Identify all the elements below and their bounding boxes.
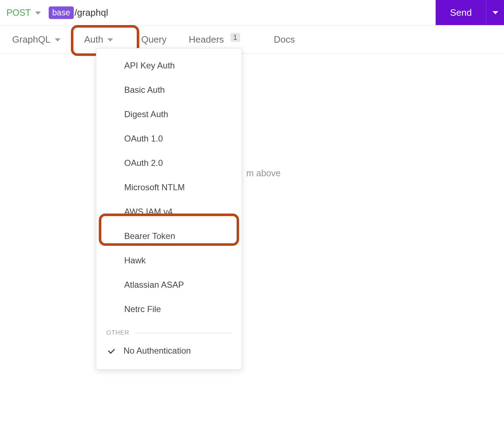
auth-option-api-key[interactable]: API Key Auth (96, 53, 242, 78)
auth-option-digest[interactable]: Digest Auth (96, 102, 242, 126)
dropdown-section-other: OTHER (96, 321, 242, 339)
send-dropdown-button[interactable] (486, 0, 504, 25)
tab-label: Auth (84, 34, 103, 45)
tab-label: Docs (274, 34, 295, 45)
method-select[interactable]: POST (6, 8, 41, 18)
headers-count-badge: 1 (231, 33, 240, 42)
auth-option-netrc[interactable]: Netrc File (96, 297, 242, 321)
tab-label: Headers (189, 34, 224, 45)
auth-option-no-authentication[interactable]: No Authentication (96, 339, 242, 359)
base-env-tag[interactable]: base (49, 6, 74, 19)
chevron-down-icon (35, 11, 41, 15)
tab-docs[interactable]: Docs (265, 29, 304, 50)
chevron-down-icon (55, 38, 60, 42)
auth-option-hawk[interactable]: Hawk (96, 248, 242, 273)
check-icon (107, 346, 116, 355)
auth-dropdown-menu: API Key Auth Basic Auth Digest Auth OAut… (96, 48, 242, 370)
auth-option-ntlm[interactable]: Microsoft NTLM (96, 175, 242, 200)
tab-query[interactable]: Query (132, 29, 175, 50)
auth-option-basic[interactable]: Basic Auth (96, 78, 242, 102)
chevron-down-icon (493, 11, 498, 14)
auth-option-oauth2[interactable]: OAuth 2.0 (96, 151, 242, 175)
tab-label: GraphQL (12, 34, 50, 45)
no-auth-label: No Authentication (123, 346, 191, 356)
tab-label: Query (141, 34, 166, 45)
section-divider (135, 333, 232, 333)
auth-option-aws-iam[interactable]: AWS IAM v4 (96, 200, 242, 224)
method-label: POST (6, 8, 31, 18)
section-label: OTHER (106, 329, 130, 336)
request-bar: POST base /graphql Send (0, 0, 504, 25)
auth-option-bearer-token[interactable]: Bearer Token (96, 224, 242, 248)
tab-headers[interactable]: Headers 1 (189, 29, 240, 50)
auth-option-atlassian-asap[interactable]: Atlassian ASAP (96, 273, 242, 297)
tab-graphql[interactable]: GraphQL (12, 29, 67, 50)
url-path[interactable]: /graphql (74, 7, 108, 18)
send-button[interactable]: Send (436, 0, 486, 25)
tab-auth[interactable]: Auth (73, 29, 124, 50)
send-wrapper: Send (436, 0, 504, 25)
background-hint-text: m above (246, 168, 281, 178)
chevron-down-icon (107, 38, 113, 42)
tabs-bar: GraphQL Auth Query Headers 1 Docs (0, 25, 504, 54)
auth-option-oauth1[interactable]: OAuth 1.0 (96, 126, 242, 151)
